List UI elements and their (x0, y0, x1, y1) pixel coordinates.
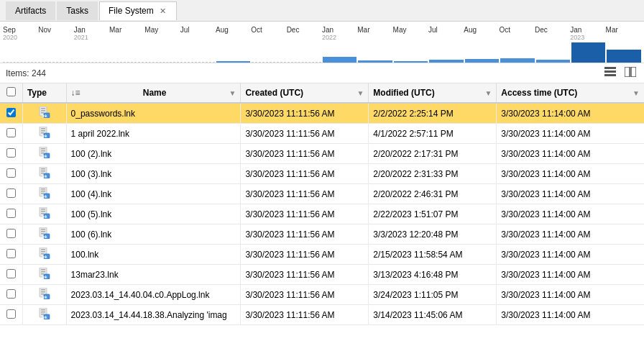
timeline-month-label: Dec (535, 26, 570, 41)
row-name-cell[interactable]: 100 (5).lnk (66, 204, 241, 224)
row-access-cell: 3/30/2023 11:14:00 AM (497, 164, 644, 184)
timeline-bar-group[interactable] (394, 61, 428, 63)
tab-tasks[interactable]: Tasks (57, 1, 98, 20)
svg-text:lnk: lnk (42, 214, 47, 219)
row-checkbox[interactable] (6, 229, 16, 238)
row-checkbox[interactable] (6, 269, 16, 278)
table-row[interactable]: lnk 100 (2).lnk3/30/2023 11:11:56 AM2/20… (0, 144, 644, 164)
svg-rect-61 (41, 291, 45, 293)
items-count: Items: 244 (6, 68, 46, 78)
svg-rect-18 (41, 148, 45, 150)
timeline-bar-group[interactable] (429, 60, 463, 63)
row-checkbox[interactable] (6, 168, 16, 178)
svg-rect-43 (41, 231, 45, 232)
timeline-bar-group[interactable] (180, 61, 214, 63)
file-table: Type ↓≡ Name ▼ Created (UTC) ▼ (0, 83, 644, 325)
timeline-month-label: Aug (216, 26, 251, 41)
row-created-cell: 3/30/2023 11:11:56 AM (241, 103, 369, 124)
row-type-cell: lnk (22, 285, 66, 305)
timeline-bar-group[interactable] (252, 61, 285, 63)
timeline-bar-group[interactable] (358, 60, 392, 63)
file-lnk-icon: lnk (39, 127, 50, 138)
table-row[interactable]: lnk 100 (3).lnk3/30/2023 11:11:56 AM2/20… (0, 164, 644, 184)
table-row[interactable]: lnk 1 april 2022.lnk3/30/2023 11:11:56 A… (0, 124, 644, 144)
svg-text:lnk: lnk (42, 114, 47, 118)
table-row[interactable]: lnk 100 (4).lnk3/30/2023 11:11:56 AM2/20… (0, 184, 644, 204)
timeline-bar-group[interactable] (109, 61, 143, 63)
row-checkbox[interactable] (6, 188, 16, 198)
table-row[interactable]: lnk 0_passwords.lnk3/30/2023 11:11:56 AM… (0, 103, 644, 124)
table-row[interactable]: lnk 100.lnk3/30/2023 11:11:56 AM2/15/202… (0, 245, 644, 265)
row-modified-cell: 2/20/2022 2:46:31 PM (369, 184, 497, 204)
row-name-cell[interactable]: 0_passwords.lnk (66, 103, 241, 124)
th-access[interactable]: Access time (UTC) ▼ (497, 83, 644, 103)
table-row[interactable]: lnk 2023.03.14_14.44.18.38.Analyzing 'im… (0, 305, 644, 325)
timeline-bars[interactable] (0, 42, 644, 63)
row-name-cell[interactable]: 13mar23.lnk (66, 265, 241, 285)
file-lnk-icon: lnk (39, 207, 50, 219)
timeline-month-label: May (393, 26, 428, 41)
svg-rect-48 (41, 249, 45, 250)
timeline-bar-group[interactable] (3, 61, 37, 63)
row-checkbox[interactable] (6, 289, 16, 299)
modified-filter-icon[interactable]: ▼ (484, 89, 492, 97)
tab-close-icon[interactable]: ✕ (158, 6, 167, 16)
row-checkbox[interactable] (6, 309, 16, 319)
row-name-cell[interactable]: 100 (3).lnk (66, 164, 241, 184)
tab-artifacts[interactable]: Artifacts (6, 1, 55, 20)
row-checkbox-cell (0, 144, 22, 164)
split-view-button[interactable] (622, 66, 638, 80)
tab-filesystem[interactable]: File System ✕ (99, 1, 177, 20)
row-access-cell: 3/30/2023 11:14:00 AM (497, 204, 644, 224)
timeline-bar-group[interactable] (288, 61, 321, 63)
file-table-wrapper: Type ↓≡ Name ▼ Created (UTC) ▼ (0, 83, 644, 341)
timeline-bar-group[interactable] (500, 58, 534, 63)
timeline-month-label: Jul (428, 26, 464, 41)
row-checkbox[interactable] (6, 108, 16, 117)
row-name-cell[interactable]: 2023.03.14_14.44.18.38.Analyzing 'imag (66, 305, 241, 325)
th-modified[interactable]: Modified (UTC) ▼ (369, 83, 497, 103)
row-name-cell[interactable]: 100 (4).lnk (66, 184, 241, 204)
row-name-cell[interactable]: 100 (2).lnk (66, 144, 241, 164)
th-created[interactable]: Created (UTC) ▼ (241, 83, 369, 103)
row-checkbox[interactable] (6, 209, 16, 218)
row-checkbox-cell (0, 285, 22, 305)
access-filter-icon[interactable]: ▼ (632, 89, 640, 97)
name-filter-icon[interactable]: ▼ (229, 89, 236, 97)
th-name[interactable]: ↓≡ Name ▼ (66, 83, 241, 103)
timeline-bar-group[interactable] (74, 61, 108, 63)
timeline-bar-group[interactable] (216, 61, 250, 63)
row-name-cell[interactable]: 1 april 2022.lnk (66, 124, 241, 144)
timeline-bar-group[interactable] (38, 61, 72, 63)
timeline-bar-group[interactable] (607, 50, 640, 63)
timeline-month-label: Oct (251, 26, 286, 41)
table-row[interactable]: lnk 13mar23.lnk3/30/2023 11:11:56 AM3/13… (0, 265, 644, 285)
table-row[interactable]: lnk 2023.03.14_14.40.04.c0.AppLog.lnk3/3… (0, 285, 644, 305)
row-created-cell: 3/30/2023 11:11:56 AM (241, 144, 369, 164)
row-checkbox[interactable] (6, 148, 16, 158)
row-checkbox-cell (0, 103, 22, 124)
table-row[interactable]: lnk 100 (6).lnk3/30/2023 11:11:56 AM3/3/… (0, 224, 644, 245)
row-name-cell[interactable]: 100 (6).lnk (66, 224, 241, 245)
select-all-checkbox[interactable] (6, 87, 16, 96)
svg-rect-19 (41, 150, 45, 152)
timeline-bar-group[interactable] (323, 57, 356, 63)
timeline-bar-group[interactable] (465, 59, 499, 63)
row-checkbox[interactable] (6, 128, 16, 137)
row-checkbox-cell (0, 204, 22, 224)
row-name-cell[interactable]: 100.lnk (66, 245, 241, 265)
svg-rect-30 (41, 188, 45, 190)
timeline-month-label: Sep2020 (3, 26, 38, 41)
view-toggle-button[interactable] (602, 66, 618, 80)
created-filter-icon[interactable]: ▼ (356, 89, 364, 97)
file-lnk-icon: lnk (39, 227, 50, 239)
timeline-bar-group[interactable] (571, 42, 605, 63)
row-name-cell[interactable]: 2023.03.14_14.40.04.c0.AppLog.lnk (66, 285, 241, 305)
row-checkbox[interactable] (6, 249, 16, 258)
row-access-cell: 3/30/2023 11:14:00 AM (497, 184, 644, 204)
table-row[interactable]: lnk 100 (5).lnk3/30/2023 11:11:56 AM2/22… (0, 204, 644, 224)
timeline-bar-group[interactable] (536, 60, 570, 63)
list-view-icon (604, 67, 616, 77)
timeline-bar-group[interactable] (145, 61, 179, 63)
row-checkbox-cell (0, 164, 22, 184)
